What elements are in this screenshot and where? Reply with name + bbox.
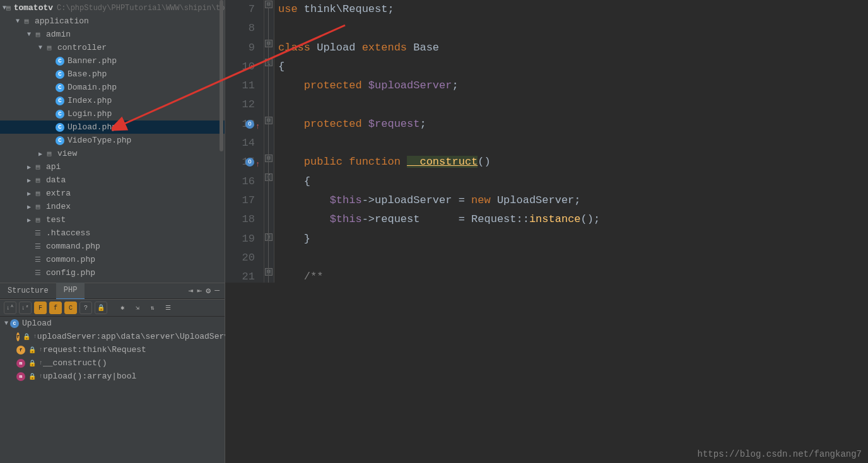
tree-arrow-icon: ▼ [14, 18, 21, 25]
structure-list: ▼ C Upload f🔒↑ uploadServer:app\data\ser… [0, 317, 225, 463]
sort-az-icon[interactable]: ↓ᴬ [4, 302, 16, 314]
php-file-icon: C [56, 57, 64, 66]
tree-item[interactable]: ☰command.php [0, 240, 225, 253]
tree-item-label: Banner.php [67, 56, 117, 66]
tree-item-label: VideoType.php [67, 136, 131, 145]
folder-icon: ▤ [44, 149, 54, 159]
tree-item[interactable]: CBanner.php [0, 54, 225, 67]
tree-arrow-icon: ▶ [25, 190, 33, 197]
folder-icon: ▤ [33, 175, 43, 185]
file-icon: ☰ [33, 268, 43, 278]
sort-za-icon[interactable]: ↓ᶻ [19, 302, 32, 314]
tree-item-label: index [46, 202, 71, 211]
tab-structure[interactable]: Structure [0, 283, 56, 299]
php-file-icon: C [56, 123, 64, 132]
tree-item-label: admin [46, 30, 71, 39]
chevron-down-icon: ▼ [3, 320, 10, 327]
filter-c-icon[interactable]: C [64, 302, 77, 314]
tree-arrow-icon: ▶ [37, 150, 44, 158]
folder-icon: ▤ [6, 3, 11, 13]
tree-item[interactable]: ▼▤admin [0, 28, 225, 41]
tree-item-label: api [46, 162, 61, 172]
php-file-icon: C [56, 136, 64, 145]
folder-icon: ▤ [21, 16, 32, 26]
tree-item-label: Base.php [67, 69, 107, 79]
tree-item-label: Index.php [67, 96, 112, 105]
tree-item[interactable]: ☰.htaccess [0, 226, 225, 240]
structure-member[interactable]: f🔒↑ request:think\Request [0, 343, 225, 356]
gear-icon[interactable]: ⚙ [206, 286, 211, 296]
tree-item[interactable]: ▶▤api [0, 160, 225, 173]
tree-item-label: command.php [46, 242, 100, 251]
lock-icon: 🔒 [23, 333, 30, 341]
tree-item[interactable]: CVideoType.php [0, 134, 225, 147]
lock-icon: 🔒 [28, 346, 36, 354]
structure-class[interactable]: ▼ C Upload [0, 317, 225, 330]
structure-member-label: upload():array|bool [43, 372, 136, 381]
folder-icon: ▤ [33, 202, 43, 212]
php-file-icon: C [56, 110, 64, 119]
php-file-icon: C [56, 97, 64, 105]
inherit-icon[interactable]: ⇲ [131, 302, 144, 314]
tree-root-path: C:\phpStudy\PHPTutorial\WWW\shipin\ton [57, 4, 225, 13]
star-icon[interactable]: ✱ [116, 302, 129, 314]
tree-scrollbar[interactable] [220, 0, 223, 151]
tree-item[interactable]: ▶▤extra [0, 187, 225, 200]
tree-item[interactable]: ☰config.php [0, 266, 225, 279]
minimize-icon[interactable]: — [214, 286, 220, 296]
filter-t-icon[interactable]: ? [79, 302, 92, 314]
structure-class-label: Upload [22, 319, 52, 328]
tree-item[interactable]: ☰common.php [0, 253, 225, 266]
structure-member[interactable]: m🔒↑ __construct() [0, 356, 225, 370]
tree-arrow-icon: ▶ [25, 163, 33, 171]
structure-member[interactable]: m🔒↑ upload():array|bool [0, 370, 225, 383]
field-icon: f [16, 346, 25, 355]
tree-root[interactable]: ▼ ▤ tomatotv C:\phpStudy\PHPTutorial\WWW… [0, 1, 225, 15]
php-file-icon: C [56, 70, 64, 79]
file-icon: ☰ [33, 228, 43, 238]
tree-item[interactable]: CDomain.php [0, 81, 225, 94]
tree-item[interactable]: ▶▤test [0, 213, 225, 226]
tree-item[interactable]: CBase.php [0, 67, 225, 81]
tree-root-label: tomatotv [14, 3, 53, 13]
sort-icon[interactable]: ⇅ [146, 302, 159, 314]
folder-icon: ▤ [33, 215, 43, 225]
structure-member[interactable]: f🔒↑ uploadServer:app\data\server\UploadS… [0, 330, 225, 343]
tree-item[interactable]: CLogin.php [0, 107, 225, 120]
tree-item[interactable]: CUpload.php [0, 120, 225, 134]
structure-toolbar: ↓ᴬ ↓ᶻ F f C ? 🔒 ✱ ⇲ ⇅ ☰ [0, 299, 225, 317]
tree-item[interactable]: ▶▤index [0, 200, 225, 213]
filter-f-icon[interactable]: F [34, 302, 47, 314]
expand-icon[interactable]: ⇤ [197, 286, 202, 296]
class-icon: C [10, 319, 19, 328]
tree-item[interactable]: ▶▤data [0, 173, 225, 187]
folder-icon: ▤ [33, 30, 43, 40]
tree-item[interactable]: ▼▤controller [0, 41, 225, 54]
php-file-icon: C [56, 83, 64, 92]
tree-item-label: extra [46, 189, 71, 198]
tree-arrow-icon: ▶ [25, 203, 33, 211]
tree-item[interactable]: ▼▤application [0, 15, 225, 28]
method-icon: m [16, 372, 25, 381]
tree-item-label: view [57, 149, 77, 158]
folder-icon: ▤ [44, 43, 54, 53]
method-icon: m [16, 359, 25, 368]
tree-item[interactable]: ▶▤view [0, 147, 225, 160]
file-icon: ☰ [33, 255, 43, 265]
structure-member-label: request:think\Request [43, 345, 146, 355]
tree-item-label: data [46, 175, 66, 185]
tree-arrow-icon: ▼ [37, 44, 44, 51]
tree-item-label: Domain.php [67, 83, 117, 92]
project-tree: ▼ ▤ tomatotv C:\phpStudy\PHPTutorial\WWW… [0, 0, 225, 283]
tree-item-label: common.php [46, 255, 95, 264]
collapse-icon[interactable]: ⇥ [189, 286, 194, 296]
tree-arrow-icon: ▶ [25, 216, 33, 224]
filter-lock-icon[interactable]: 🔒 [95, 302, 107, 314]
tree-icon[interactable]: ☰ [161, 302, 174, 314]
tab-php[interactable]: PHP [56, 283, 85, 300]
folder-icon: ▤ [33, 189, 43, 199]
tree-item-label: controller [57, 43, 107, 52]
tree-item[interactable]: CIndex.php [0, 94, 225, 107]
tree-item-label: Upload.php [67, 122, 117, 132]
filter-f2-icon[interactable]: f [49, 302, 62, 314]
